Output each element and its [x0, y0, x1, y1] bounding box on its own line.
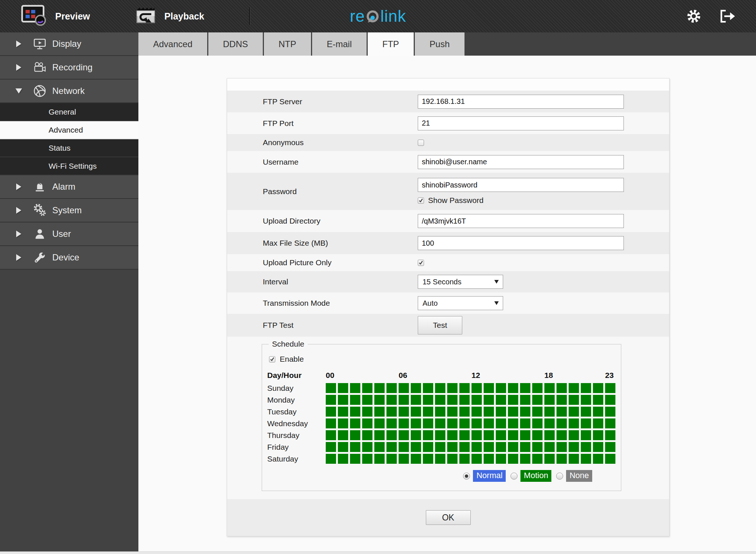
- schedule-cell[interactable]: [435, 418, 445, 428]
- schedule-cell[interactable]: [544, 418, 555, 428]
- schedule-cell[interactable]: [386, 454, 397, 464]
- schedule-cell[interactable]: [508, 383, 518, 393]
- schedule-cell[interactable]: [459, 418, 470, 428]
- schedule-cell[interactable]: [544, 454, 555, 464]
- tab-ftp[interactable]: FTP: [368, 32, 414, 56]
- schedule-cell[interactable]: [605, 407, 615, 417]
- mode-normal[interactable]: Normal: [463, 470, 506, 482]
- schedule-cell[interactable]: [496, 418, 506, 428]
- schedule-cell[interactable]: [569, 454, 579, 464]
- schedule-cell[interactable]: [581, 395, 591, 405]
- schedule-cell[interactable]: [569, 418, 579, 428]
- schedule-cell[interactable]: [593, 395, 603, 405]
- tab-e-mail[interactable]: E-mail: [312, 32, 367, 56]
- schedule-cell[interactable]: [508, 395, 518, 405]
- schedule-cell[interactable]: [520, 430, 530, 440]
- schedule-cell[interactable]: [532, 418, 543, 428]
- schedule-cell[interactable]: [605, 454, 615, 464]
- schedule-cell[interactable]: [423, 430, 433, 440]
- schedule-cell[interactable]: [557, 442, 567, 452]
- schedule-cell[interactable]: [374, 395, 385, 405]
- schedule-cell[interactable]: [544, 395, 555, 405]
- sidebar-item-status[interactable]: Status: [0, 139, 138, 157]
- schedule-cell[interactable]: [508, 407, 518, 417]
- upload-directory-input[interactable]: [418, 214, 624, 228]
- sidebar-item-advanced[interactable]: Advanced: [0, 121, 138, 139]
- show-password-checkbox[interactable]: [418, 197, 424, 204]
- schedule-cell[interactable]: [557, 395, 567, 405]
- transmission-mode-select[interactable]: Auto: [418, 296, 503, 310]
- schedule-cell[interactable]: [374, 430, 385, 440]
- schedule-cell[interactable]: [338, 454, 348, 464]
- schedule-cell[interactable]: [338, 407, 348, 417]
- schedule-cell[interactable]: [338, 383, 348, 393]
- schedule-cell[interactable]: [520, 442, 530, 452]
- schedule-cell[interactable]: [411, 407, 421, 417]
- schedule-cell[interactable]: [447, 395, 458, 405]
- schedule-cell[interactable]: [374, 442, 385, 452]
- schedule-cell[interactable]: [459, 395, 470, 405]
- sidebar-item-recording[interactable]: Recording: [0, 56, 138, 80]
- schedule-cell[interactable]: [569, 442, 579, 452]
- settings-gear-icon[interactable]: [686, 8, 702, 24]
- anonymous-checkbox[interactable]: [418, 140, 424, 146]
- schedule-cell[interactable]: [411, 418, 421, 428]
- schedule-cell[interactable]: [569, 395, 579, 405]
- playback-nav[interactable]: Playback: [134, 5, 204, 28]
- sidebar-item-display[interactable]: Display: [0, 32, 138, 56]
- schedule-cell[interactable]: [411, 383, 421, 393]
- schedule-cell[interactable]: [399, 442, 409, 452]
- schedule-cell[interactable]: [362, 442, 372, 452]
- schedule-cell[interactable]: [532, 430, 543, 440]
- schedule-cell[interactable]: [386, 430, 397, 440]
- logout-icon[interactable]: [718, 8, 737, 24]
- schedule-cell[interactable]: [411, 395, 421, 405]
- schedule-cell[interactable]: [605, 418, 615, 428]
- schedule-cell[interactable]: [593, 430, 603, 440]
- schedule-cell[interactable]: [435, 407, 445, 417]
- schedule-cell[interactable]: [471, 383, 482, 393]
- schedule-cell[interactable]: [411, 442, 421, 452]
- schedule-cell[interactable]: [459, 454, 470, 464]
- schedule-cell[interactable]: [350, 454, 360, 464]
- schedule-cell[interactable]: [484, 430, 494, 440]
- schedule-cell[interactable]: [544, 430, 555, 440]
- schedule-cell[interactable]: [362, 383, 372, 393]
- schedule-cell[interactable]: [605, 442, 615, 452]
- schedule-cell[interactable]: [569, 383, 579, 393]
- horizontal-scrollbar[interactable]: [0, 551, 756, 554]
- schedule-cell[interactable]: [471, 418, 482, 428]
- schedule-cell[interactable]: [484, 395, 494, 405]
- schedule-cell[interactable]: [423, 454, 433, 464]
- sidebar-item-system[interactable]: System: [0, 199, 138, 222]
- schedule-cell[interactable]: [362, 395, 372, 405]
- schedule-cell[interactable]: [447, 442, 458, 452]
- schedule-cell[interactable]: [435, 442, 445, 452]
- schedule-cell[interactable]: [435, 383, 445, 393]
- schedule-cell[interactable]: [593, 383, 603, 393]
- schedule-cell[interactable]: [471, 395, 482, 405]
- schedule-cell[interactable]: [544, 442, 555, 452]
- schedule-cell[interactable]: [423, 442, 433, 452]
- schedule-cell[interactable]: [350, 430, 360, 440]
- schedule-cell[interactable]: [496, 454, 506, 464]
- interval-select[interactable]: 15 Seconds: [418, 275, 503, 289]
- schedule-cell[interactable]: [532, 454, 543, 464]
- schedule-cell[interactable]: [326, 407, 336, 417]
- schedule-cell[interactable]: [508, 418, 518, 428]
- schedule-cell[interactable]: [484, 383, 494, 393]
- schedule-cell[interactable]: [593, 407, 603, 417]
- schedule-cell[interactable]: [557, 430, 567, 440]
- schedule-cell[interactable]: [557, 407, 567, 417]
- schedule-cell[interactable]: [326, 442, 336, 452]
- schedule-cell[interactable]: [459, 383, 470, 393]
- schedule-cell[interactable]: [605, 395, 615, 405]
- schedule-cell[interactable]: [386, 383, 397, 393]
- schedule-cell[interactable]: [593, 442, 603, 452]
- schedule-cell[interactable]: [471, 454, 482, 464]
- schedule-cell[interactable]: [362, 407, 372, 417]
- schedule-cell[interactable]: [362, 430, 372, 440]
- schedule-cell[interactable]: [520, 395, 530, 405]
- schedule-cell[interactable]: [326, 383, 336, 393]
- schedule-cell[interactable]: [544, 407, 555, 417]
